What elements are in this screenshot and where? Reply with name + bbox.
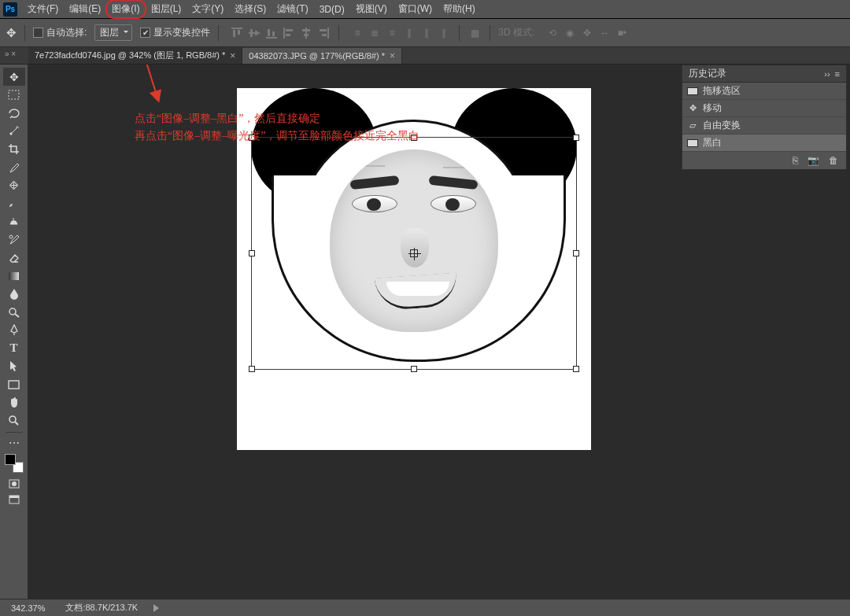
screen-mode-icon[interactable]	[3, 492, 25, 507]
slide-3d-icon[interactable]: ↔	[597, 26, 612, 40]
hand-tool[interactable]	[3, 393, 25, 411]
eyedropper-tool[interactable]	[3, 158, 25, 176]
clone-stamp-tool[interactable]	[3, 212, 25, 231]
close-icon[interactable]: ×	[390, 50, 395, 61]
distribute-right-icon[interactable]: ∥	[437, 26, 451, 40]
status-menu-icon[interactable]	[153, 604, 163, 612]
transform-bounding-box[interactable]	[251, 137, 577, 370]
transform-center-icon[interactable]	[410, 249, 418, 257]
lasso-tool[interactable]	[3, 104, 25, 122]
history-row[interactable]: ▱ 自由变换	[682, 117, 846, 135]
new-snapshot-icon[interactable]: 📷	[808, 155, 819, 166]
move-tool[interactable]: ✥	[3, 68, 25, 86]
status-bar: 342.37% 文档:88.7K/213.7K	[0, 599, 850, 616]
transform-handle[interactable]	[249, 135, 255, 141]
menu-filter[interactable]: 滤镜(T)	[272, 0, 313, 18]
crop-tool[interactable]	[3, 140, 25, 158]
brush-tool[interactable]	[3, 194, 25, 212]
menu-layer[interactable]: 图层(L)	[146, 0, 187, 18]
menu-select[interactable]: 选择(S)	[229, 0, 272, 18]
type-tool[interactable]: T	[3, 339, 25, 357]
delete-state-icon[interactable]: 🗑	[829, 155, 838, 166]
orbit-3d-icon[interactable]: ⟲	[545, 26, 560, 40]
auto-select-checkbox[interactable]: 自动选择:	[33, 26, 87, 39]
fg-bg-swatch[interactable]	[5, 454, 24, 473]
healing-brush-tool[interactable]	[3, 176, 25, 194]
document-info[interactable]: 文档:88.7K/213.7K	[61, 602, 142, 614]
collapse-icon[interactable]: ››	[824, 69, 830, 79]
svg-rect-13	[302, 29, 310, 31]
pan-3d-icon[interactable]: ✥	[580, 26, 594, 40]
transform-handle[interactable]	[249, 250, 255, 256]
menu-help[interactable]: 帮助(H)	[438, 0, 481, 18]
path-selection-tool[interactable]	[3, 357, 25, 375]
document-tab-bar: » × 7e723fadcfd0746.jpg @ 342% (图层 1, RG…	[0, 47, 850, 65]
align-right-icon[interactable]	[316, 26, 331, 40]
svg-rect-10	[286, 29, 293, 31]
history-row[interactable]: ✥ 移动	[682, 100, 846, 117]
align-vcenter-icon[interactable]	[247, 26, 261, 40]
gradient-tool[interactable]	[3, 267, 25, 285]
history-panel-footer: ⎘ 📷 🗑	[682, 152, 846, 169]
canvas-area[interactable]: 点击“图像–调整–黑白”，然后直接确定 再点击“图像–调整–曝光度”，调节至脸部…	[28, 65, 850, 599]
menu-3d[interactable]: 3D(D)	[314, 2, 350, 17]
separator	[24, 25, 25, 41]
distribute-left-icon[interactable]: ∥	[402, 26, 416, 40]
menu-bar: Ps 文件(F) 编辑(E) 图像(I) 图层(L) 文字(Y) 选择(S) 滤…	[0, 0, 850, 19]
auto-select-scope-value: 图层	[100, 27, 119, 38]
quick-mask-icon[interactable]	[3, 476, 25, 492]
rectangle-tool[interactable]	[3, 375, 25, 393]
zoom-value[interactable]: 342.37%	[6, 603, 50, 613]
transform-handle[interactable]	[573, 135, 579, 141]
menu-edit[interactable]: 编辑(E)	[64, 0, 106, 18]
history-brush-tool[interactable]	[3, 231, 25, 249]
align-top-icon[interactable]	[230, 26, 244, 40]
distribute-top-icon[interactable]: ≡	[350, 26, 364, 40]
menu-image[interactable]: 图像(I)	[106, 0, 145, 18]
history-row[interactable]: 黑白	[682, 135, 846, 152]
transform-handle[interactable]	[411, 135, 417, 141]
transform-handle[interactable]	[249, 366, 255, 372]
rectangular-marquee-tool[interactable]	[3, 86, 25, 104]
menu-view[interactable]: 视图(V)	[350, 0, 393, 18]
menu-window[interactable]: 窗口(W)	[393, 0, 438, 18]
auto-select-scope-dropdown[interactable]: 图层	[94, 24, 132, 41]
distribute-hcenter-icon[interactable]: ∥	[419, 26, 434, 40]
align-left-icon[interactable]	[282, 26, 296, 40]
roll-3d-icon[interactable]: ◉	[563, 26, 577, 40]
align-hcenter-icon[interactable]	[299, 26, 313, 40]
new-document-from-state-icon[interactable]: ⎘	[793, 155, 798, 166]
svg-rect-17	[322, 34, 327, 36]
panel-menu-icon[interactable]: ≡	[835, 69, 840, 79]
align-bottom-icon[interactable]	[264, 26, 279, 40]
dodge-tool[interactable]	[3, 303, 25, 321]
svg-rect-16	[320, 29, 327, 31]
app-logo: Ps	[3, 2, 17, 17]
document-tab[interactable]: 04382073.JPG @ 177%(RGB/8#) * ×	[242, 48, 402, 64]
tab-overflow[interactable]: » ×	[5, 50, 16, 58]
history-row[interactable]: 拖移选区	[682, 83, 846, 100]
tools-panel: ✥ T ⋯	[0, 65, 28, 599]
edit-toolbar-icon[interactable]: ⋯	[3, 435, 25, 451]
distribute-bottom-icon[interactable]: ≡	[385, 26, 399, 40]
checkbox-icon	[33, 28, 43, 38]
transform-handle[interactable]	[573, 366, 579, 372]
history-panel-header[interactable]: 历史记录 ›› ≡	[682, 65, 846, 83]
blur-tool[interactable]	[3, 285, 25, 303]
document-tab[interactable]: 7e723fadcfd0746.jpg @ 342% (图层 1, RGB/8#…	[28, 47, 242, 64]
zoom-3d-icon[interactable]: ■•	[615, 26, 629, 40]
zoom-tool[interactable]	[3, 411, 25, 430]
menu-file[interactable]: 文件(F)	[22, 0, 64, 18]
show-transform-checkbox[interactable]: 显示变换控件	[140, 26, 210, 39]
close-icon[interactable]: ×	[230, 50, 235, 61]
svg-rect-9	[283, 28, 285, 39]
history-row-label: 移动	[703, 101, 722, 115]
eraser-tool[interactable]	[3, 249, 25, 267]
auto-align-icon[interactable]: ▦	[468, 26, 482, 40]
transform-handle[interactable]	[573, 250, 579, 256]
pen-tool[interactable]	[3, 321, 25, 339]
magic-wand-tool[interactable]	[3, 122, 25, 140]
distribute-vcenter-icon[interactable]: ≣	[368, 26, 382, 40]
menu-type[interactable]: 文字(Y)	[187, 0, 229, 18]
transform-handle[interactable]	[411, 366, 417, 372]
